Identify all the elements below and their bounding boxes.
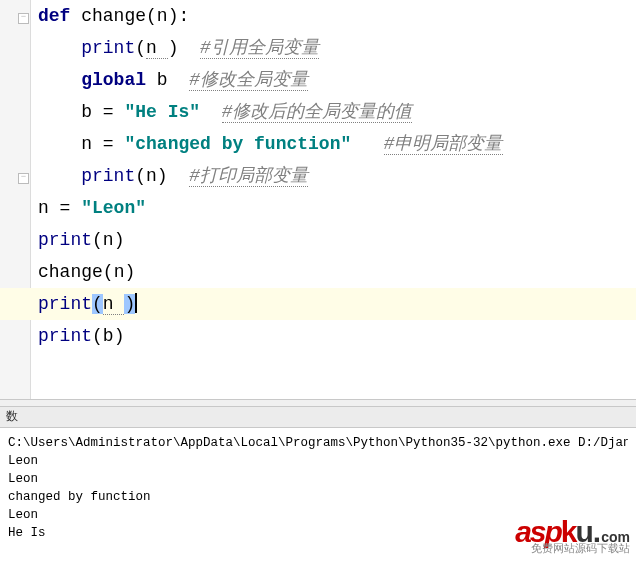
paren-close: ) — [114, 326, 125, 346]
comment: #打印局部变量 — [189, 166, 308, 187]
string-literal: "changed by function" — [124, 134, 351, 154]
colon: : — [178, 6, 189, 26]
space — [168, 70, 190, 90]
watermark-tagline: 免费网站源码下载站 — [515, 543, 630, 554]
builtin-print: print — [38, 230, 92, 250]
split-bar[interactable] — [0, 399, 636, 407]
eq: = — [92, 134, 124, 154]
paren-close: ) — [168, 6, 179, 26]
indent — [38, 134, 81, 154]
paren-close: ) — [168, 38, 179, 58]
text-caret — [135, 293, 137, 313]
arg: n — [103, 230, 114, 250]
code-line-10-current[interactable]: print(n ) — [0, 288, 636, 320]
comment: #修改后的全局变量的值 — [222, 102, 413, 123]
keyword-def: def — [38, 6, 70, 26]
paren-open: ( — [135, 38, 146, 58]
paren-open-matched: ( — [92, 294, 103, 314]
code-line-6[interactable]: print(n) #打印局部变量 — [0, 160, 636, 192]
code-line-blank[interactable] — [0, 352, 636, 384]
param: n — [157, 6, 168, 26]
arg: n — [114, 262, 125, 282]
arg: n — [103, 294, 125, 315]
arg: n — [146, 38, 168, 59]
code-line-2[interactable]: print(n ) #引用全局变量 — [0, 32, 636, 64]
var-n: n — [81, 134, 92, 154]
code-line-8[interactable]: print(n) — [0, 224, 636, 256]
paren-open: ( — [92, 230, 103, 250]
indent — [38, 166, 81, 186]
console-tab-strip[interactable]: 数 — [0, 407, 636, 428]
console-tab-label[interactable]: 数 — [6, 410, 18, 424]
string-literal: "Leon" — [81, 198, 146, 218]
console-output-line: Leon — [8, 470, 628, 488]
console-output-line: changed by function — [8, 488, 628, 506]
code-line-1[interactable]: def change(n): — [0, 0, 636, 32]
var-b: b — [81, 102, 92, 122]
console-output-line: Leon — [8, 452, 628, 470]
builtin-print: print — [81, 166, 135, 186]
comment: #申明局部变量 — [384, 134, 503, 155]
indent — [38, 38, 81, 58]
arg: b — [103, 326, 114, 346]
paren-close: ) — [124, 262, 135, 282]
paren-open: ( — [92, 326, 103, 346]
var-n: n — [38, 198, 49, 218]
space — [200, 102, 222, 122]
builtin-print: print — [38, 294, 92, 314]
code-line-11[interactable]: print(b) — [0, 320, 636, 352]
eq: = — [92, 102, 124, 122]
indent — [38, 70, 81, 90]
string-literal: "He Is" — [124, 102, 200, 122]
paren-close-matched: ) — [124, 294, 135, 314]
space — [146, 70, 157, 90]
var-b: b — [157, 70, 168, 90]
space — [178, 38, 200, 58]
console-command-line: C:\Users\Administrator\AppData\Local\Pro… — [8, 434, 628, 452]
function-call: change — [38, 262, 103, 282]
function-name: change — [81, 6, 146, 26]
comment: #修改全局变量 — [189, 70, 308, 91]
builtin-print: print — [38, 326, 92, 346]
keyword-global: global — [81, 70, 146, 90]
code-line-9[interactable]: change(n) — [0, 256, 636, 288]
code-line-4[interactable]: b = "He Is" #修改后的全局变量的值 — [0, 96, 636, 128]
paren-close: ) — [157, 166, 168, 186]
paren-close: ) — [114, 230, 125, 250]
paren-open: ( — [103, 262, 114, 282]
paren-open: ( — [135, 166, 146, 186]
eq: = — [49, 198, 81, 218]
code-editor[interactable]: − − def change(n): print(n ) #引用全局变量 glo… — [0, 0, 636, 399]
code-line-3[interactable]: global b #修改全局变量 — [0, 64, 636, 96]
space — [70, 6, 81, 26]
builtin-print: print — [81, 38, 135, 58]
arg: n — [146, 166, 157, 186]
code-line-7[interactable]: n = "Leon" — [0, 192, 636, 224]
watermark: aspku.com 免费网站源码下载站 — [515, 517, 630, 554]
comment: #引用全局变量 — [200, 38, 319, 59]
space — [168, 166, 190, 186]
console-output[interactable]: C:\Users\Administrator\AppData\Local\Pro… — [0, 428, 636, 560]
paren-open: ( — [146, 6, 157, 26]
space — [351, 134, 383, 154]
indent — [38, 102, 81, 122]
code-line-5[interactable]: n = "changed by function" #申明局部变量 — [0, 128, 636, 160]
